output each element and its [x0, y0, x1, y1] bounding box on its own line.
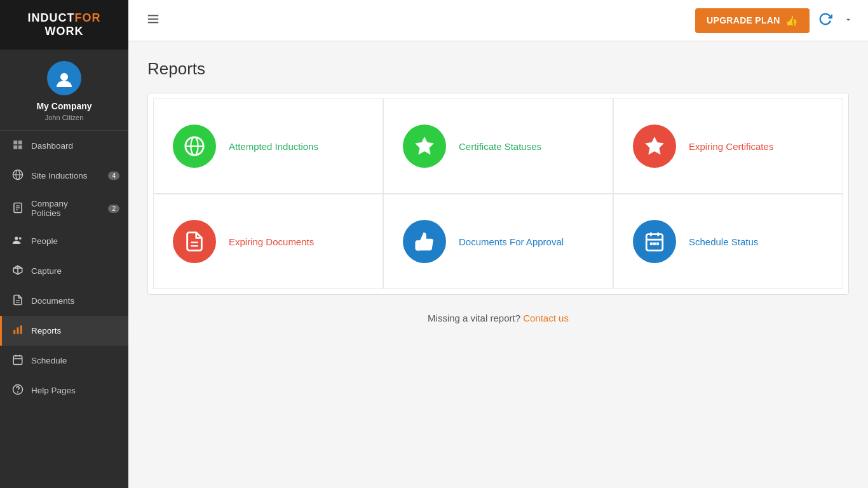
- expiring-certificates-icon-circle: [633, 125, 676, 168]
- doc-report-icon: [184, 231, 205, 252]
- report-card-documents-for-approval[interactable]: Documents For Approval: [383, 194, 613, 289]
- main-area: UPGRADE PLAN 👍 Reports: [128, 0, 868, 488]
- svg-rect-31: [646, 234, 663, 251]
- avatar: [47, 61, 81, 95]
- sidebar-item-schedule[interactable]: Schedule: [0, 346, 128, 376]
- upgrade-plan-label: UPGRADE PLAN: [707, 15, 780, 25]
- profile-company: My Company: [36, 100, 92, 112]
- svg-point-8: [15, 237, 18, 240]
- svg-rect-35: [650, 242, 653, 245]
- sidebar-item-label: Documents: [31, 296, 119, 306]
- schedule-icon: [11, 354, 25, 367]
- expiring-documents-icon-circle: [173, 220, 216, 263]
- expiring-documents-label: Expiring Documents: [229, 236, 314, 247]
- report-card-certificate-statuses[interactable]: Certificate Statuses: [383, 98, 613, 194]
- company-policies-badge: 2: [108, 205, 119, 213]
- doc-icon: [11, 294, 25, 308]
- report-card-expiring-certificates[interactable]: Expiring Certificates: [613, 98, 843, 194]
- sidebar-item-help-pages[interactable]: Help Pages: [0, 376, 128, 405]
- svg-point-22: [18, 392, 18, 393]
- sidebar: INDUCTFOR WORK My Company John Citizen D…: [0, 0, 128, 488]
- logo-for: FOR: [75, 11, 101, 24]
- main-content: Reports Attempted Inductions: [128, 41, 868, 488]
- logo-induct: INDUCT: [28, 11, 75, 24]
- app-logo: INDUCTFOR WORK: [8, 11, 121, 38]
- avatar-icon: [53, 67, 76, 90]
- badge-report-icon: [414, 135, 435, 157]
- sidebar-item-label: Dashboard: [31, 141, 119, 151]
- people-icon: [11, 234, 25, 248]
- svg-rect-17: [13, 356, 22, 365]
- report-card-expiring-documents[interactable]: Expiring Documents: [153, 194, 383, 289]
- schedule-status-label: Schedule Status: [689, 236, 758, 247]
- badge-red-report-icon: [644, 135, 665, 157]
- missing-report-section: Missing a vital report? Contact us: [147, 295, 849, 330]
- missing-report-text: Missing a vital report?: [428, 313, 520, 323]
- svg-rect-16: [20, 325, 22, 334]
- svg-point-9: [19, 237, 22, 240]
- help-icon: [11, 384, 25, 397]
- topbar-right: UPGRADE PLAN 👍: [695, 8, 855, 33]
- report-card-attempted-inductions[interactable]: Attempted Inductions: [153, 98, 383, 194]
- expiring-certificates-label: Expiring Certificates: [689, 141, 773, 152]
- logo-work: WORK: [45, 25, 84, 37]
- sidebar-item-dashboard[interactable]: Dashboard: [0, 131, 128, 161]
- dashboard-icon: [11, 139, 25, 152]
- svg-rect-37: [656, 242, 659, 245]
- reports-grid-wrapper: Attempted Inductions Certificate Statuse…: [147, 93, 849, 295]
- sidebar-nav: Dashboard Site Inductions 4 Company Poli…: [0, 131, 128, 488]
- attempted-inductions-icon-circle: [173, 125, 216, 168]
- reports-icon: [11, 324, 25, 337]
- sidebar-header: INDUCTFOR WORK: [0, 0, 128, 50]
- svg-rect-15: [17, 327, 19, 334]
- attempted-inductions-label: Attempted Inductions: [229, 141, 318, 152]
- sidebar-item-site-inductions[interactable]: Site Inductions 4: [0, 161, 128, 191]
- documents-for-approval-icon-circle: [403, 220, 446, 263]
- sidebar-item-label: Site Inductions: [31, 171, 99, 180]
- certificate-statuses-icon-circle: [403, 125, 446, 168]
- sidebar-item-reports[interactable]: Reports: [0, 316, 128, 346]
- sidebar-item-people[interactable]: People: [0, 226, 128, 256]
- upgrade-plan-button[interactable]: UPGRADE PLAN 👍: [695, 8, 810, 33]
- svg-rect-14: [13, 330, 15, 334]
- thumbs-up-icon: 👍: [785, 15, 798, 27]
- sidebar-profile: My Company John Citizen: [0, 50, 128, 131]
- page-title: Reports: [147, 59, 849, 79]
- sidebar-item-label: Schedule: [31, 356, 119, 365]
- user-dropdown-button[interactable]: [841, 13, 855, 29]
- sidebar-item-company-policies[interactable]: Company Policies 2: [0, 191, 128, 226]
- sidebar-item-label: Capture: [31, 266, 119, 276]
- sidebar-item-label: Help Pages: [31, 386, 119, 395]
- globe-icon: [11, 169, 25, 182]
- sidebar-item-label: Company Policies: [31, 199, 99, 218]
- sidebar-item-label: Reports: [31, 326, 119, 336]
- refresh-button[interactable]: [816, 10, 835, 32]
- sidebar-item-label: People: [31, 236, 119, 246]
- topbar: UPGRADE PLAN 👍: [128, 0, 868, 41]
- sidebar-item-documents[interactable]: Documents: [0, 286, 128, 316]
- profile-user: John Citizen: [45, 114, 84, 121]
- hamburger-button[interactable]: [141, 10, 165, 32]
- reports-grid: Attempted Inductions Certificate Statuse…: [153, 98, 843, 289]
- sidebar-item-capture[interactable]: Capture: [0, 256, 128, 286]
- calendar-report-icon: [644, 231, 665, 252]
- contact-us-link[interactable]: Contact us: [523, 313, 569, 323]
- thumbup-report-icon: [414, 231, 435, 252]
- site-inductions-badge: 4: [108, 172, 119, 180]
- policy-icon: [11, 202, 25, 215]
- certificate-statuses-label: Certificate Statuses: [459, 141, 541, 152]
- svg-rect-36: [653, 242, 656, 245]
- report-card-schedule-status[interactable]: Schedule Status: [613, 194, 843, 289]
- globe-report-icon: [184, 135, 205, 157]
- schedule-status-icon-circle: [633, 220, 676, 263]
- capture-icon: [11, 264, 25, 278]
- documents-for-approval-label: Documents For Approval: [459, 236, 564, 247]
